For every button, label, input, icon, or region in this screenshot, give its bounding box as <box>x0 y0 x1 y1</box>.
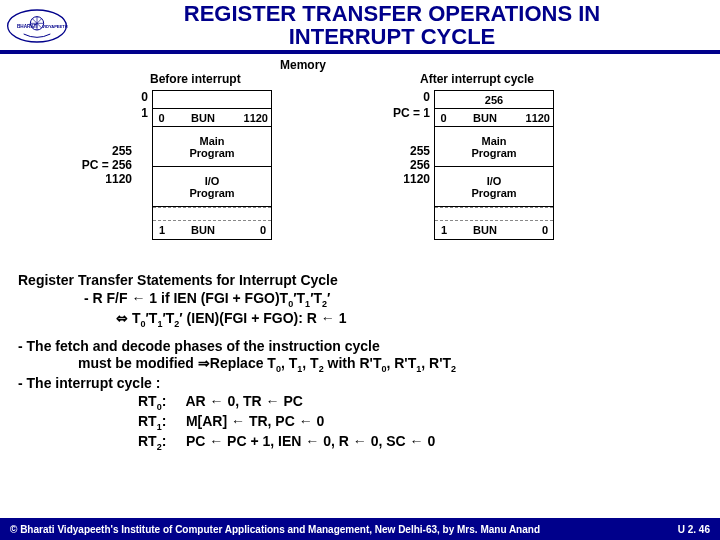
rt0-line: RT0: AR ← 0, TR ← PC <box>18 393 702 413</box>
body-text: Register Transfer Statements for Interru… <box>0 268 720 453</box>
before-pc-label: PC = 256 <box>72 158 132 172</box>
rts-line-1: - R F/F ← 1 if IEN (FGI + FGO)T0′T1′T2′ <box>18 290 702 310</box>
after-row-1: 0 BUN 1120 <box>435 109 553 127</box>
after-addr-1120: 1120 <box>370 172 430 186</box>
header-bar: BHARATI VIDYAPEETH REGISTER TRANSFER OPE… <box>0 0 720 54</box>
rts-line-2: ⇔ T0′T1′T2′ (IEN)(FGI + FGO): R ← 1 <box>18 310 702 330</box>
before-last-row: 1 BUN 0 <box>153 221 271 239</box>
before-label: Before interrupt <box>150 72 241 86</box>
memory-label: Memory <box>280 58 326 72</box>
before-memory-block: 0 BUN 1120 Main Program I/O Program 1 BU… <box>152 90 272 240</box>
before-gap <box>153 207 271 221</box>
after-pc-label: PC = 1 <box>370 106 430 120</box>
after-addr-256: 256 <box>370 158 430 172</box>
after-gap <box>435 207 553 221</box>
after-addr-0: 0 <box>370 90 430 104</box>
after-io-program: I/O Program <box>435 167 553 207</box>
footer-copyright: © Bharati Vidyapeeth's Institute of Comp… <box>10 524 540 535</box>
before-addr-1: 1 <box>88 106 148 120</box>
before-row-1: 0 BUN 1120 <box>153 109 271 127</box>
svg-text:VIDYAPEETH: VIDYAPEETH <box>42 24 67 29</box>
svg-text:BHARATI: BHARATI <box>17 24 38 29</box>
rts-heading: Register Transfer Statements for Interru… <box>18 272 702 290</box>
footer-bar: © Bharati Vidyapeeth's Institute of Comp… <box>0 518 720 540</box>
title-line-2: INTERRUPT CYCLE <box>289 24 496 49</box>
body-line-3: - The fetch and decode phases of the ins… <box>18 338 702 356</box>
before-addr-1120: 1120 <box>72 172 132 186</box>
body-line-5: - The interrupt cycle : <box>18 375 702 393</box>
memory-diagram: Memory Before interrupt After interrupt … <box>0 58 720 268</box>
before-addr-255: 255 <box>72 144 132 158</box>
institution-logo: BHARATI VIDYAPEETH <box>2 5 72 47</box>
rt2-line: RT2: PC ← PC + 1, IEN ← 0, R ← 0, SC ← 0 <box>18 433 702 453</box>
after-row-0: 256 <box>435 91 553 109</box>
title-line-1: REGISTER TRANSFER OPERATIONS IN <box>184 1 600 26</box>
slide-title: REGISTER TRANSFER OPERATIONS IN INTERRUP… <box>72 2 712 50</box>
before-row-0 <box>153 91 271 109</box>
footer-page: U 2. 46 <box>678 524 710 535</box>
body-line-4: must be modified ⇒Replace T0, T1, T2 wit… <box>18 355 702 375</box>
after-last-row: 1 BUN 0 <box>435 221 553 239</box>
after-label: After interrupt cycle <box>420 72 534 86</box>
before-main-program: Main Program <box>153 127 271 167</box>
before-addr-0: 0 <box>88 90 148 104</box>
after-addr-255: 255 <box>370 144 430 158</box>
before-io-program: I/O Program <box>153 167 271 207</box>
rt1-line: RT1: M[AR] ← TR, PC ← 0 <box>18 413 702 433</box>
after-main-program: Main Program <box>435 127 553 167</box>
after-memory-block: 256 0 BUN 1120 Main Program I/O Program … <box>434 90 554 240</box>
